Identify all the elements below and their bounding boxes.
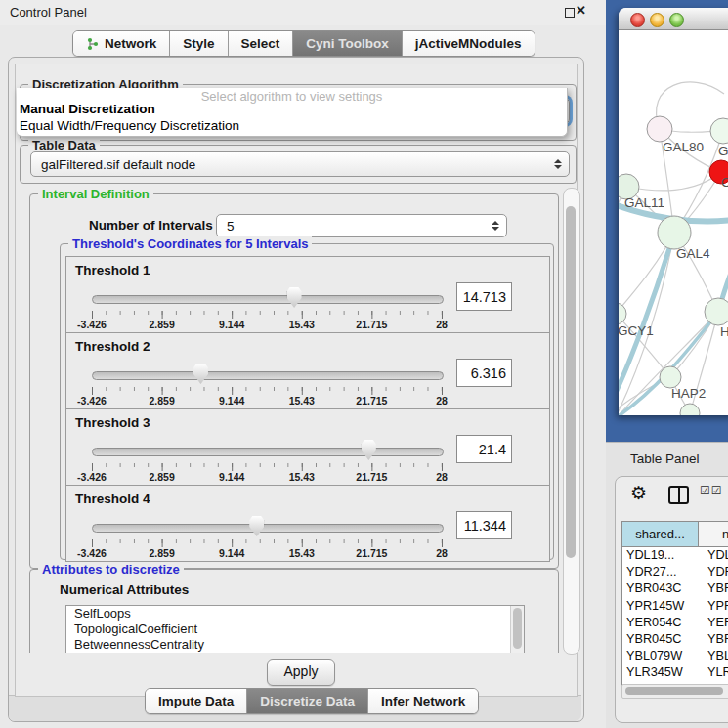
list-scrollbar[interactable] bbox=[510, 606, 524, 653]
threshold-value-field[interactable] bbox=[456, 511, 512, 539]
cell-shared-name[interactable]: YLR345W bbox=[622, 664, 703, 681]
table-horizontal-scrollbar-thumb[interactable] bbox=[625, 687, 723, 695]
tick-label: 21.715 bbox=[356, 547, 387, 559]
slider-track[interactable] bbox=[92, 295, 444, 304]
tick-labels: -3.426 2.859 9.144 15.43 21.715 28 bbox=[92, 395, 442, 407]
tab-label: jActiveMNodules bbox=[415, 36, 522, 51]
gear-icon[interactable]: ⚙ bbox=[630, 482, 647, 504]
attributes-group: Attributes to discretize Numerical Attri… bbox=[29, 569, 559, 653]
table-row[interactable]: YBL079WYBL0 bbox=[622, 648, 728, 664]
node-gal80[interactable] bbox=[647, 116, 672, 142]
tick-label: 9.144 bbox=[219, 547, 244, 559]
slider-3[interactable] bbox=[92, 439, 442, 462]
cell-shared-name[interactable]: YBR043C bbox=[622, 580, 703, 597]
settings-viewport: Interval Definition Number of Intervals … bbox=[18, 188, 563, 653]
tab-label: Discretize Data bbox=[260, 694, 355, 708]
close-traffic-light-icon[interactable] bbox=[630, 13, 645, 27]
table-row[interactable]: YPR145WYPR1 bbox=[622, 598, 728, 615]
settings-scrollbar[interactable] bbox=[563, 188, 580, 655]
table-row[interactable]: YBR043CYBR0 bbox=[622, 580, 728, 597]
settings-scrollbar-thumb[interactable] bbox=[566, 206, 576, 558]
table-row[interactable]: YLR345WYLR3 bbox=[622, 664, 728, 681]
cell-name[interactable]: YPR1 bbox=[703, 598, 728, 615]
tab-jactivemnodules[interactable]: jActiveMNodules bbox=[403, 31, 535, 56]
node-clipped-low-right[interactable] bbox=[705, 298, 728, 325]
tab-select[interactable]: Select bbox=[229, 31, 294, 56]
list-scrollbar-thumb[interactable] bbox=[513, 608, 522, 649]
tab-infer-network[interactable]: Infer Network bbox=[368, 689, 478, 713]
cell-name[interactable]: YDL1 bbox=[703, 547, 728, 564]
node-hap2[interactable] bbox=[660, 366, 681, 388]
threshold-value-field[interactable] bbox=[456, 359, 512, 387]
float-window-icon[interactable] bbox=[565, 8, 575, 18]
cell-shared-name[interactable]: YER054C bbox=[622, 615, 703, 631]
close-icon[interactable]: ✕ bbox=[576, 3, 586, 18]
list-item[interactable]: SelfLoops bbox=[66, 606, 524, 621]
network-window-titlebar[interactable] bbox=[619, 8, 728, 30]
slider-track[interactable] bbox=[92, 371, 444, 380]
slider-thumb[interactable] bbox=[362, 440, 376, 460]
threshold-value-field[interactable] bbox=[456, 435, 512, 463]
cell-shared-name[interactable]: YPR145W bbox=[622, 598, 703, 615]
tick-label: 2.859 bbox=[149, 319, 174, 330]
apply-button[interactable]: Apply bbox=[267, 659, 335, 686]
cell-name[interactable]: YBR0 bbox=[703, 580, 728, 597]
num-intervals-spinner[interactable]: 5 bbox=[216, 214, 507, 237]
cell-name[interactable]: YLR3 bbox=[703, 664, 728, 681]
node-label-gal11: GAL11 bbox=[624, 195, 664, 210]
table-row[interactable]: YDL19...YDL1 bbox=[622, 547, 728, 564]
slider-thumb[interactable] bbox=[249, 516, 264, 536]
column-header-name[interactable]: na bbox=[699, 522, 728, 546]
slider-1[interactable] bbox=[92, 286, 442, 310]
cell-name[interactable]: YDR2 bbox=[703, 564, 728, 580]
tick-label: 28 bbox=[436, 471, 448, 483]
minimize-traffic-light-icon[interactable] bbox=[650, 13, 664, 27]
node-clipped-top-right[interactable] bbox=[710, 118, 728, 144]
cell-shared-name[interactable]: YBL079W bbox=[622, 648, 703, 664]
select-columns-icon[interactable]: ☑☑ bbox=[700, 484, 723, 497]
dropdown-option-manual[interactable]: Manual Discretization bbox=[20, 102, 155, 116]
tab-network[interactable]: Network bbox=[73, 31, 170, 56]
column-layout-icon[interactable] bbox=[668, 486, 689, 504]
attributes-group-title: Attributes to discretize bbox=[38, 562, 184, 577]
list-item[interactable]: TopologicalCoefficient bbox=[66, 621, 524, 637]
table-row[interactable]: YBR045CYBR0 bbox=[622, 631, 728, 648]
numerical-attributes-list[interactable]: SelfLoops TopologicalCoefficient Between… bbox=[65, 605, 525, 653]
network-view-window[interactable]: GAL80 G C GAL11 GAL4 GCY1 H HAP2 bbox=[619, 8, 728, 415]
threshold-value-field[interactable] bbox=[456, 282, 512, 311]
slider-4[interactable] bbox=[92, 515, 442, 538]
cell-shared-name[interactable]: YBR045C bbox=[622, 631, 703, 648]
node-clipped-bottom[interactable] bbox=[680, 404, 700, 415]
cell-shared-name[interactable]: YDR27... bbox=[622, 564, 703, 580]
cell-shared-name[interactable]: YDL19... bbox=[622, 547, 703, 564]
slider-2[interactable] bbox=[92, 363, 442, 386]
table-data-combobox[interactable]: galFiltered.sif default node bbox=[30, 151, 570, 177]
tick-label: 28 bbox=[436, 319, 448, 330]
tab-style[interactable]: Style bbox=[170, 31, 228, 56]
network-canvas[interactable]: GAL80 G C GAL11 GAL4 GCY1 H HAP2 bbox=[619, 30, 728, 415]
tab-discretize-data[interactable]: Discretize Data bbox=[247, 689, 368, 713]
slider-track[interactable] bbox=[92, 524, 444, 533]
list-item[interactable]: BetweennessCentrality bbox=[66, 637, 524, 653]
cell-name[interactable]: YER0 bbox=[703, 615, 728, 631]
slider-thumb[interactable] bbox=[287, 287, 302, 308]
dropdown-option-equal-width[interactable]: Equal Width/Frequency Discretization bbox=[20, 118, 239, 133]
table-panel-body: ⚙ ☑☑ shared... na YDL19...YDL1 YDR27...Y… bbox=[615, 476, 728, 723]
column-header-shared-name[interactable]: shared... bbox=[622, 522, 699, 546]
tab-impute-data[interactable]: Impute Data bbox=[146, 689, 247, 713]
table-data-group-title: Table Data bbox=[28, 138, 100, 152]
tick-label: 28 bbox=[436, 395, 448, 407]
tick-label: 9.144 bbox=[219, 395, 244, 407]
table-row[interactable]: YER054CYER0 bbox=[622, 615, 728, 631]
node-gal4[interactable] bbox=[658, 216, 691, 249]
node-gcy1[interactable] bbox=[619, 303, 626, 324]
table-horizontal-scrollbar[interactable] bbox=[621, 684, 728, 699]
cell-name[interactable]: YBL0 bbox=[703, 648, 728, 664]
threshold-label: Threshold 4 bbox=[75, 492, 150, 506]
tab-cyni-toolbox[interactable]: Cyni Toolbox bbox=[293, 31, 403, 56]
zoom-traffic-light-icon[interactable] bbox=[669, 13, 684, 27]
slider-track[interactable] bbox=[92, 448, 444, 456]
slider-thumb[interactable] bbox=[193, 364, 208, 384]
table-row[interactable]: YDR27...YDR2 bbox=[622, 564, 728, 580]
cell-name[interactable]: YBR0 bbox=[703, 631, 728, 648]
